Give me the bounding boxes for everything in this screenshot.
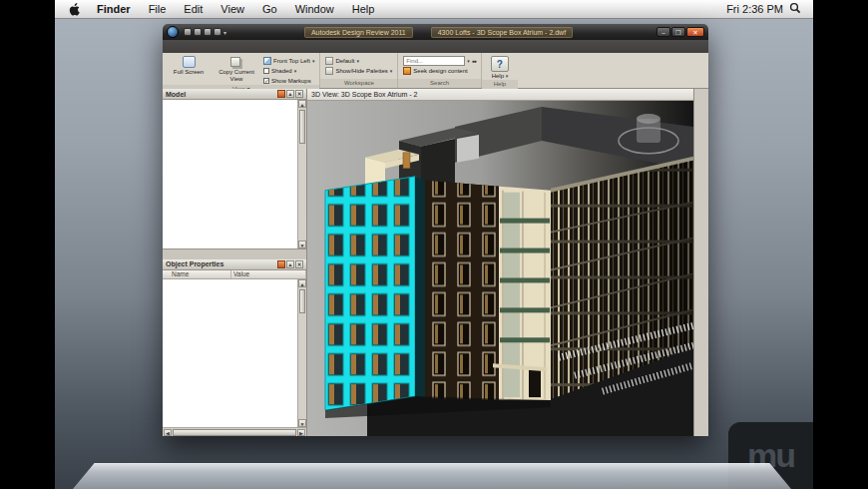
menu-clock[interactable]: Fri 2:36 PM xyxy=(722,3,787,15)
ribbon-group-search: ▾ ●● Seek design content Search xyxy=(398,53,482,88)
properties-panel-title: Object Properties xyxy=(166,260,223,267)
close-panel-icon[interactable]: ✕ xyxy=(295,90,303,98)
scroll-thumb[interactable] xyxy=(299,289,305,313)
qat-print-icon[interactable] xyxy=(194,28,202,36)
pin-icon[interactable] xyxy=(277,90,285,98)
app-window: ▾ Autodesk Design Review 2011 4300 Lofts… xyxy=(163,24,708,436)
scroll-thumb[interactable] xyxy=(173,429,296,436)
title-bar[interactable]: ▾ Autodesk Design Review 2011 4300 Lofts… xyxy=(163,24,708,40)
properties-column-headers: Name Value xyxy=(163,270,306,279)
qat-dropdown-icon[interactable]: ▾ xyxy=(223,29,226,36)
application-menu-button[interactable] xyxy=(167,26,179,38)
scroll-left-icon[interactable]: ◀ xyxy=(164,429,172,436)
model-panel-title: Model xyxy=(166,91,186,98)
palette-tabs xyxy=(163,248,306,259)
building-model xyxy=(307,101,693,436)
scroll-down-icon[interactable]: ▼ xyxy=(298,419,306,427)
dock-shelf xyxy=(73,463,791,489)
canvas-area: 3D View: 3D Scope Box Atrium - 2 xyxy=(307,89,693,436)
window-controls: – ❐ ✕ xyxy=(656,27,704,37)
properties-grid: ▲ ▼ xyxy=(163,279,306,428)
close-button[interactable]: ✕ xyxy=(686,27,704,37)
help-group-label: Help xyxy=(482,80,518,89)
palettes-icon xyxy=(325,67,333,75)
ribbon-group-workspace: Default▾ Show/Hide Palettes▾ Workspace xyxy=(320,53,398,88)
seek-icon xyxy=(403,67,411,75)
menu-go[interactable]: Go xyxy=(253,3,286,15)
screenshot-root: FinderFileEditViewGoWindowHelp Fri 2:36 … xyxy=(0,0,868,489)
app-title: Autodesk Design Review 2011 xyxy=(304,27,413,38)
menu-help[interactable]: Help xyxy=(343,3,384,15)
ribbon-tab-strip xyxy=(163,40,708,53)
dock-panel-icon[interactable]: ▴ xyxy=(286,90,294,98)
scroll-up-icon[interactable]: ▲ xyxy=(298,279,306,287)
shaded-checkbox[interactable] xyxy=(263,68,269,74)
qat-open-icon[interactable] xyxy=(184,28,192,36)
desktop: FinderFileEditViewGoWindowHelp Fri 2:36 … xyxy=(55,0,813,489)
maximize-button[interactable]: ❐ xyxy=(671,27,685,37)
full-screen-button[interactable]: Full Screen xyxy=(168,55,210,85)
copy-current-view-button[interactable]: Copy Current View xyxy=(216,55,257,85)
window-title: Autodesk Design Review 2011 4300 Lofts -… xyxy=(228,27,649,38)
shaded-dropdown[interactable]: Shaded▾ xyxy=(263,66,314,75)
tree-scrollbar[interactable]: ▲ ▼ xyxy=(297,100,306,248)
full-screen-icon xyxy=(183,56,196,68)
orientation-dropdown[interactable]: Front Top Left▾ xyxy=(263,56,314,65)
help-icon: ? xyxy=(491,56,509,72)
viewcube-icon xyxy=(263,57,271,65)
menu-window[interactable]: Window xyxy=(286,3,343,15)
search-group-label: Search xyxy=(398,79,481,88)
copy-icon xyxy=(230,57,240,67)
ribbon-group-view: Full Screen Copy Current View Front Top … xyxy=(163,53,320,88)
model-panel-header: Model ▴ ✕ xyxy=(163,89,306,100)
quick-access-toolbar: ▾ xyxy=(184,28,226,36)
3d-viewport[interactable] xyxy=(307,101,693,436)
workspace-group-label: Workspace xyxy=(320,79,397,88)
workspace-default-dropdown[interactable]: Default▾ xyxy=(325,56,392,65)
show-hide-palettes-dropdown[interactable]: Show/Hide Palettes▾ xyxy=(325,66,392,75)
menu-bar: FinderFileEditViewGoWindowHelp Fri 2:36 … xyxy=(55,0,813,19)
spotlight-icon[interactable] xyxy=(787,2,807,16)
show-markups-checkbox[interactable]: ✓ xyxy=(263,78,269,84)
view-label: 3D View: 3D Scope Box Atrium - 2 xyxy=(311,91,417,98)
qat-redo-icon[interactable] xyxy=(214,28,221,36)
menu-view[interactable]: View xyxy=(212,3,253,15)
dock xyxy=(73,439,791,489)
scroll-up-icon[interactable]: ▲ xyxy=(298,100,306,108)
help-button[interactable]: ? Help ▾ xyxy=(487,55,513,80)
close-panel-icon[interactable]: ✕ xyxy=(295,260,303,268)
menu-edit[interactable]: Edit xyxy=(175,3,212,15)
properties-scrollbar[interactable]: ▲ ▼ xyxy=(297,279,306,428)
scroll-right-icon[interactable]: ▶ xyxy=(297,429,305,436)
menu-finder[interactable]: Finder xyxy=(88,3,140,15)
binoculars-icon[interactable]: ●● xyxy=(472,58,476,64)
model-tree: ▲ ▼ xyxy=(163,100,306,248)
ribbon: Full Screen Copy Current View Front Top … xyxy=(163,53,708,89)
workspace-icon xyxy=(325,57,333,65)
canvas-header: 3D View: 3D Scope Box Atrium - 2 xyxy=(307,89,693,101)
right-palette-tabs xyxy=(693,89,708,436)
show-markups-toggle[interactable]: ✓ Show Markups xyxy=(263,76,314,85)
seek-design-content-button[interactable]: Seek design content xyxy=(403,66,476,75)
pin-icon[interactable] xyxy=(277,260,285,268)
properties-hscrollbar[interactable]: ◀ ▶ xyxy=(163,427,306,436)
minimize-button[interactable]: – xyxy=(656,27,670,37)
document-title: 4300 Lofts - 3D Scope Box Atrium - 2.dwf xyxy=(431,27,573,38)
find-input[interactable] xyxy=(403,56,465,66)
menu-items: FinderFileEditViewGoWindowHelp xyxy=(88,3,383,15)
menu-file[interactable]: File xyxy=(140,3,176,15)
scroll-down-icon[interactable]: ▼ xyxy=(298,241,306,248)
scroll-thumb[interactable] xyxy=(299,110,305,144)
properties-panel-header: Object Properties ▴ ✕ xyxy=(163,259,306,270)
dock-panel-icon[interactable]: ▴ xyxy=(286,260,294,268)
apple-menu-icon[interactable] xyxy=(61,3,88,16)
qat-undo-icon[interactable] xyxy=(204,28,212,36)
left-panel: Model ▴ ✕ ▲ ▼ xyxy=(163,89,307,436)
ribbon-group-help: ? Help ▾ Help xyxy=(482,53,518,88)
